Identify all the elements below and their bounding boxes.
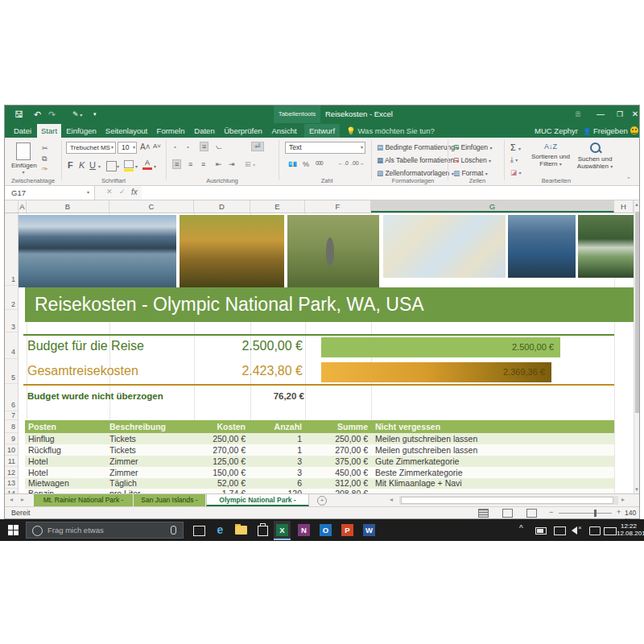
table-row[interactable]: HotelZimmer150,00 €3450,00 €Beste Zimmer… [25, 467, 614, 478]
outlook-icon[interactable]: O [320, 524, 332, 536]
format-cells-button[interactable]: ▥ Format ▾ [453, 169, 488, 177]
row-2[interactable]: 2 [5, 287, 18, 310]
sheet-nav-right-icon[interactable]: ▸ [21, 496, 24, 503]
hscroll-right-icon[interactable]: ▸ [621, 496, 625, 503]
tab-formeln[interactable]: Formeln [153, 124, 188, 138]
table-row[interactable]: HinflugTickets250,00 €1250,00 €Meilen gu… [25, 433, 614, 444]
sheet-grid[interactable]: 1 2 3 4 5 6 7 8 9 10 11 12 13 14 Reiseko… [5, 213, 639, 493]
table-row[interactable]: MietwagenTäglich52,00 €6312,00 €Mit Klim… [25, 478, 614, 489]
enter-icon[interactable]: ✓ [119, 188, 126, 196]
table-row[interactable]: RückflugTickets270,00 €1270,00 €Meilen g… [25, 444, 614, 456]
task-view-icon[interactable] [193, 526, 205, 536]
row-12[interactable]: 12 [5, 467, 18, 478]
italic-button[interactable]: K [79, 160, 85, 170]
tab-entwurf[interactable]: Entwurf [304, 124, 340, 138]
smiley-icon[interactable] [630, 126, 638, 134]
percent-format-icon[interactable]: % [303, 160, 309, 168]
underline-button[interactable]: U [89, 160, 96, 170]
row-8[interactable]: 8 [5, 420, 18, 433]
fx-icon[interactable]: fx [131, 188, 138, 196]
tab-seitenlayout[interactable]: Seitenlayout [101, 124, 151, 138]
underline-caret[interactable]: ▾ [98, 163, 101, 169]
delete-cells-button[interactable]: ⊟ Löschen ▾ [453, 156, 491, 164]
tab-daten[interactable]: Daten [190, 124, 219, 138]
row-1[interactable]: 1 [5, 273, 18, 286]
store-icon[interactable] [258, 526, 268, 536]
row-3[interactable]: 3 [5, 322, 18, 332]
restore-button[interactable]: ❐ [610, 105, 630, 123]
total-label-cell[interactable]: Gesamtreisekosten [27, 364, 138, 378]
merge-center-icon[interactable]: ⊞ ▾ [245, 160, 255, 168]
battery-icon[interactable] [535, 527, 547, 535]
shrink-font-icon[interactable]: A˅ [153, 142, 161, 150]
hdr-anzahl[interactable]: Anzahl [250, 420, 305, 433]
new-sheet-icon[interactable]: + [317, 496, 327, 506]
conditional-formatting-button[interactable]: ▤ Bedingte Formatierung ▾ [377, 143, 459, 151]
file-explorer-icon[interactable] [235, 526, 247, 535]
tab-start[interactable]: Start [37, 124, 61, 138]
font-color-caret[interactable]: ▾ [154, 163, 156, 169]
touch-keyboard-icon[interactable] [604, 527, 617, 535]
comma-format-icon[interactable]: 000 [316, 160, 323, 166]
touch-mode-icon[interactable]: ✎ ▾ [72, 109, 82, 121]
decrease-indent-icon[interactable]: ⇤ [216, 160, 222, 168]
row-4[interactable]: 4 [5, 336, 18, 359]
edge-icon[interactable]: e [214, 524, 226, 536]
increase-decimal-icon[interactable]: ←.0 [338, 160, 349, 166]
currency-format-icon[interactable]: 💶 [288, 160, 297, 168]
photo-mountain-lake[interactable] [19, 215, 176, 287]
normal-view-icon[interactable] [478, 509, 489, 518]
borders-icon[interactable] [106, 161, 117, 171]
photo-olympic-map[interactable] [383, 215, 506, 278]
cancel-icon[interactable]: ✕ [106, 188, 113, 196]
budget-value-cell[interactable]: 2.500,00 € [190, 339, 303, 353]
taskbar-search[interactable]: Frag mich etwas [26, 522, 184, 539]
grow-font-icon[interactable]: A˄ [140, 142, 151, 151]
share-button[interactable]: 👤 Freigeben [583, 124, 628, 138]
word-icon[interactable]: W [363, 524, 375, 536]
page-break-view-icon[interactable] [526, 509, 537, 518]
paste-button[interactable]: Einfügen ▾ [11, 142, 35, 175]
tab-datei[interactable]: Datei [10, 124, 35, 138]
qat-customize-icon[interactable]: ▾ [93, 109, 97, 120]
hdr-posten[interactable]: Posten [25, 420, 109, 433]
table-header-row[interactable]: Posten Beschreibung Kosten Anzahl Summe … [25, 420, 614, 433]
row-11[interactable]: 11 [5, 456, 18, 467]
hdr-kosten[interactable]: Kosten [194, 420, 250, 433]
hdr-summe[interactable]: Summe [305, 420, 371, 433]
hdr-nicht-vergessen[interactable]: Nicht vergessen [371, 420, 614, 433]
horizontal-scroll-thumb[interactable] [401, 497, 613, 504]
zoom-slider[interactable] [559, 513, 612, 514]
clock[interactable]: 12:22 12.08.2015 [617, 522, 641, 537]
budget-status-value-cell[interactable]: 76,20 € [214, 391, 304, 401]
format-as-table-button[interactable]: ▦ Als Tabelle formatieren ▾ [377, 156, 459, 164]
photo-autumn-fly-fishing[interactable] [180, 215, 284, 287]
horizontal-scrollbar[interactable] [399, 496, 618, 505]
row-7[interactable]: 7 [5, 411, 18, 420]
mic-icon[interactable] [171, 526, 176, 535]
undo-icon[interactable]: ↶ [34, 109, 41, 120]
insert-cells-button[interactable]: ⊞ Einfügen ▾ [453, 143, 492, 151]
zoom-out-icon[interactable]: − [549, 508, 553, 516]
row-5[interactable]: 5 [5, 361, 18, 384]
col-H[interactable]: H [614, 200, 634, 213]
cell-styles-button[interactable]: ▨ Zellenformatvorlagen ▾ [377, 169, 454, 177]
total-value-cell[interactable]: 2.423,80 € [190, 364, 303, 378]
sheet-tab-rainier[interactable]: Mt. Rainier National Park -hike [34, 494, 134, 506]
redo-icon[interactable]: ↷ [48, 109, 56, 120]
zoom-in-icon[interactable]: + [617, 508, 621, 516]
sheet-title-banner[interactable]: Reisekosten - Olympic National Park, WA,… [25, 287, 634, 322]
col-C[interactable]: C [109, 200, 194, 213]
save-icon[interactable]: 🖫 [14, 109, 23, 120]
fill-button[interactable]: ⤓ ▾ [510, 155, 518, 164]
format-painter-icon[interactable]: ✑ [42, 165, 48, 173]
col-A[interactable]: A [19, 200, 27, 213]
number-format-select[interactable]: Text▾ [285, 142, 365, 154]
minimize-button[interactable]: — [591, 105, 610, 123]
borders-caret[interactable]: ▾ [117, 163, 119, 169]
budget-status-cell[interactable]: Budget wurde nicht überzogen [27, 391, 163, 401]
close-button[interactable]: ✕ [630, 105, 641, 123]
row-6[interactable]: 6 [5, 386, 18, 411]
align-bottom-icon[interactable]: ≡ [200, 142, 208, 151]
vertical-scrollbar[interactable]: ▲ ▼ [634, 200, 639, 493]
